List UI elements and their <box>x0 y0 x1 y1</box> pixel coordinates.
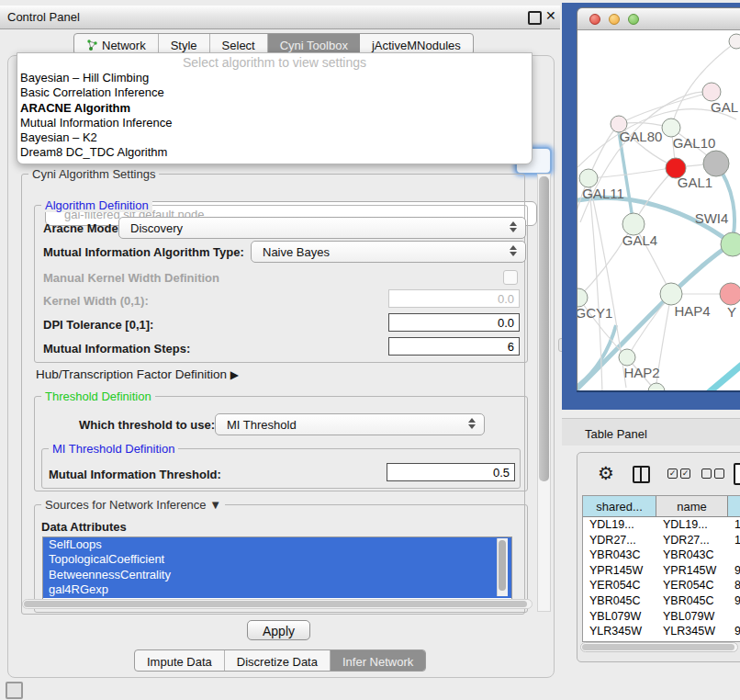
close-traffic-light-icon[interactable] <box>589 14 600 25</box>
dpi-tolerance-label: DPI Tolerance [0,1]: <box>43 318 153 332</box>
mi-threshold-definition-title: MI Threshold Definition <box>49 442 178 456</box>
node-swi4[interactable] <box>721 232 740 256</box>
settings-vertical-scrollbar-thumb[interactable] <box>539 176 549 481</box>
node-hap2[interactable] <box>619 349 635 366</box>
select-all-columns-icon[interactable]: ✓ ✓ <box>667 469 690 479</box>
algorithm-definition-title: Algorithm Definition <box>41 198 152 212</box>
table-panel-body: ⚙ ✓ ✓ shared...nameA YDL19...YDL19...13Y… <box>577 452 740 662</box>
table-row[interactable]: YDR27...YDR27...12 <box>583 533 740 548</box>
dropdown-item-basic-correlation-inference[interactable]: Basic Correlation Inference <box>17 85 532 100</box>
aracne-mode-combo[interactable]: Discovery <box>118 217 526 239</box>
network-canvas[interactable]: GALGAL80GAL10GAL1GAL11SWI4GAL4GCY1HAP4YH… <box>577 30 740 392</box>
table-cell: YPR145W <box>656 563 728 579</box>
attribute-item-selfloops[interactable]: SelfLoops <box>43 537 511 552</box>
tab-style[interactable]: Style <box>159 34 210 54</box>
dropdown-item-bayesian-k2[interactable]: Bayesian – K2 <box>17 130 532 145</box>
combo-stepper-icon <box>468 418 477 429</box>
zoom-traffic-light-icon[interactable] <box>628 14 639 25</box>
apply-button[interactable]: Apply <box>247 620 310 640</box>
attribute-item-gal4rgexp[interactable]: gal4RGexp <box>43 582 511 597</box>
table-horizontal-scrollbar-thumb[interactable] <box>582 644 734 650</box>
table-row[interactable]: YBR043CYBR043C <box>583 548 740 563</box>
tab-label: Select <box>222 39 255 52</box>
table-cell: 9. <box>728 624 740 639</box>
attribute-item-topologicalcoefficient[interactable]: TopologicalCoefficient <box>43 552 511 567</box>
node-salmon[interactable] <box>720 283 740 305</box>
node-gal11[interactable] <box>579 169 598 187</box>
table-row[interactable]: YLR345WYLR345W9. <box>583 624 740 639</box>
column-header-shared[interactable]: shared... <box>583 496 656 516</box>
document-icon[interactable] <box>734 463 740 485</box>
table-cell: YDL19... <box>583 517 656 533</box>
node-top-cut[interactable] <box>729 34 740 49</box>
sources-title: Sources for Network Inference ▼ <box>41 498 225 512</box>
tab-label: Style <box>171 39 197 52</box>
node-hap4-label: HAP4 <box>674 303 710 319</box>
settings-horizontal-scrollbar-thumb[interactable] <box>24 601 527 607</box>
node-gal-pink-label: GAL <box>711 99 738 115</box>
which-threshold-value: MI Threshold <box>227 418 297 432</box>
node-hap4[interactable] <box>660 283 682 305</box>
collapsed-panel-button[interactable] <box>6 682 23 699</box>
mi-algorithm-type-combo[interactable]: Naive Bayes <box>251 241 526 263</box>
table-panel-titlebar: Table Panel <box>562 418 740 446</box>
kernel-width-field[interactable]: 0.0 <box>388 289 520 308</box>
column-header-a[interactable]: A <box>728 496 740 516</box>
tab-impute-data[interactable]: Impute Data <box>135 650 225 671</box>
attribute-item-betweennesscentrality[interactable]: BetweennessCentrality <box>43 568 511 582</box>
algorithm-dropdown-items: Bayesian – Hill ClimbingBasic Correlatio… <box>17 71 532 161</box>
deselect-all-columns-icon[interactable] <box>701 469 724 479</box>
expander-down-arrow-icon[interactable]: ▼ <box>209 498 221 512</box>
close-icon[interactable]: ✕ <box>545 8 556 23</box>
manual-kernel-width-checkbox[interactable] <box>503 270 518 285</box>
control-panel-title: Control Panel <box>7 10 80 24</box>
columns-icon[interactable] <box>633 466 650 483</box>
control-panel-titlebar <box>0 6 560 29</box>
table-row[interactable]: YDL19...YDL19...13 <box>583 517 740 533</box>
mi-threshold-field[interactable]: 0.5 <box>387 463 515 481</box>
table-panel-title: Table Panel <box>585 427 647 441</box>
network-window-titlebar[interactable] <box>577 8 740 30</box>
unchecked-box-icon <box>714 469 724 479</box>
hub-definition-expander[interactable]: Hub/Transcription Factor Definition ▶ <box>36 367 239 381</box>
table-cell: 13 <box>728 517 740 533</box>
tab-infer-network[interactable]: Infer Network <box>331 650 425 671</box>
table-row[interactable]: YER054CYER054C8. <box>583 578 740 593</box>
table-cell: YBL079W <box>656 609 728 625</box>
table-cell: YER054C <box>656 578 728 593</box>
node-table[interactable]: shared...nameA YDL19...YDL19...13YDR27..… <box>582 495 740 642</box>
table-row[interactable]: YPR145WYPR145W9. <box>583 563 740 579</box>
dropdown-item-aracne-algorithm[interactable]: ARACNE Algorithm <box>17 101 532 116</box>
tab-cyni-toolbox[interactable]: Cyni Toolbox <box>268 34 360 54</box>
tab-network[interactable]: Network <box>74 34 159 54</box>
tab-jactivemnodules[interactable]: jActiveMNodules <box>360 34 473 54</box>
attributes-scrollbar-thumb[interactable] <box>499 540 506 591</box>
mi-steps-field[interactable]: 6 <box>388 337 520 356</box>
node-gal10[interactable] <box>662 119 680 137</box>
gear-icon[interactable]: ⚙ <box>598 462 614 484</box>
column-header-name[interactable]: name <box>656 496 728 516</box>
tab-discretize-data[interactable]: Discretize Data <box>225 650 331 671</box>
which-threshold-label: Which threshold to use: <box>79 418 215 432</box>
table-row[interactable]: YBL079WYBL079W <box>583 609 740 625</box>
hub-definition-label: Hub/Transcription Factor Definition <box>36 367 227 381</box>
data-attributes-list[interactable]: SelfLoopsTopologicalCoefficientBetweenne… <box>42 536 512 600</box>
minimize-traffic-light-icon[interactable] <box>609 14 620 25</box>
data-attributes-label: Data Attributes <box>41 520 127 534</box>
dropdown-item-dream8-dc-tdc-algorithm[interactable]: Dream8 DC_TDC Algorithm <box>17 145 532 160</box>
which-threshold-combo[interactable]: MI Threshold <box>215 413 485 435</box>
node-gal-pink[interactable] <box>702 83 721 101</box>
dropdown-item-bayesian-hill-climbing[interactable]: Bayesian – Hill Climbing <box>17 71 532 85</box>
aracne-mode-value: Discovery <box>130 221 183 235</box>
manual-kernel-width-label: Manual Kernel Width Definition <box>43 271 219 285</box>
network-window-bottom-edge <box>577 390 740 392</box>
tab-select[interactable]: Select <box>210 34 268 54</box>
dpi-tolerance-field[interactable]: 0.0 <box>388 313 520 332</box>
node-gray[interactable] <box>703 151 729 176</box>
table-cell: YBR043C <box>656 548 728 563</box>
table-row[interactable]: YBR045CYBR045C9. <box>583 593 740 609</box>
dropdown-item-mutual-information-inference[interactable]: Mutual Information Inference <box>17 116 532 130</box>
node-salmon-label: Y <box>727 304 736 320</box>
float-window-icon[interactable] <box>528 11 542 25</box>
table-cell: YDR27... <box>583 533 656 548</box>
